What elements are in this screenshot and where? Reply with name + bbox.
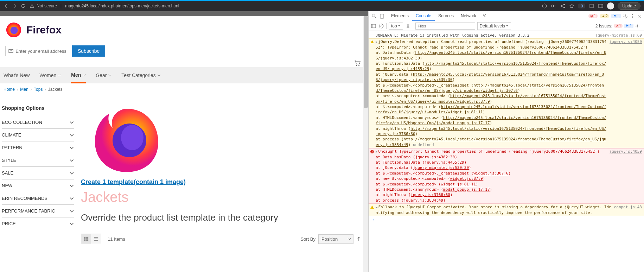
- key-icon[interactable]: [551, 3, 556, 9]
- filter-climate[interactable]: CLIMATE: [2, 128, 74, 141]
- filter-pattern[interactable]: PATTERN: [2, 141, 74, 154]
- source-link[interactable]: compat.js:43: [614, 204, 642, 215]
- forward-icon[interactable]: [12, 3, 18, 9]
- panel-icon[interactable]: [598, 3, 604, 9]
- source-link[interactable]: http://magento245.local/static/version16…: [376, 105, 606, 114]
- gear-icon[interactable]: [623, 14, 628, 19]
- scrollbar-thumb[interactable]: [364, 16, 368, 108]
- page-scrollbar[interactable]: [363, 16, 368, 272]
- svg-point-33: [625, 15, 626, 17]
- expand-triangle-icon[interactable]: ▶: [376, 40, 377, 44]
- filter-eco-collection[interactable]: ECO COLLECTION: [2, 116, 74, 128]
- source-link[interactable]: jquery-migrate.js:69: [595, 33, 642, 38]
- cart-icon[interactable]: [353, 59, 361, 67]
- context-selector[interactable]: top ▼: [389, 23, 403, 30]
- grid-view-button[interactable]: [81, 234, 91, 244]
- breadcrumb-tops[interactable]: Tops: [34, 87, 43, 92]
- update-button[interactable]: Update: [618, 2, 640, 10]
- list-view-button[interactable]: [91, 234, 101, 244]
- filter-sale[interactable]: SALE: [2, 166, 74, 179]
- filter-new[interactable]: NEW: [2, 179, 74, 192]
- expand-triangle-icon[interactable]: ▶: [376, 150, 377, 154]
- back-icon[interactable]: [4, 3, 9, 9]
- error-count-badge[interactable]: ⊘ 1: [588, 14, 598, 18]
- d-badge[interactable]: D: [578, 4, 585, 8]
- devtools-tab-network[interactable]: Network: [457, 11, 480, 21]
- devtools-tab-elements[interactable]: Elements: [388, 11, 412, 21]
- extensions-icon[interactable]: [589, 3, 594, 9]
- page-viewport: Firefox Subscribe What's NewWomenMenGear…: [0, 11, 368, 272]
- filter-style[interactable]: STYLE: [2, 154, 74, 166]
- source-link[interactable]: http://magento245.local/static/version16…: [376, 94, 606, 103]
- source-link[interactable]: jquery.js:3766:60: [410, 192, 450, 197]
- nav-item-women[interactable]: Women: [39, 67, 61, 83]
- reload-icon[interactable]: [20, 3, 26, 9]
- nav-item-what-s-new[interactable]: What's New: [4, 67, 30, 83]
- issues-flag-badge[interactable]: ⚑ 1: [624, 24, 633, 28]
- filter-performance-fabric[interactable]: PERFORMANCE FABRIC: [2, 204, 74, 217]
- source-link[interactable]: widget.js:81:11: [441, 182, 476, 186]
- levels-selector[interactable]: Default levels ▼: [477, 22, 511, 30]
- source-link[interactable]: http://magento245.local/static/version16…: [376, 72, 604, 82]
- url-bar[interactable]: Not secure | magento245.local/index.php/…: [30, 4, 179, 8]
- template-link[interactable]: Create 1 template(contain 1 image): [81, 178, 186, 186]
- chevron-down-icon: [347, 238, 351, 240]
- sort-direction-icon[interactable]: [356, 236, 361, 241]
- expand-triangle-icon[interactable]: ▶: [376, 205, 377, 210]
- settings-icon[interactable]: [635, 24, 640, 29]
- firefox-logo-icon: [5, 21, 22, 38]
- console-row-warn: ▶jQuery.Deferred exception: Cannot read …: [369, 38, 644, 148]
- source-link[interactable]: http://magento245.local/static/version16…: [376, 126, 606, 136]
- source-link[interactable]: jquery.js:4455:29: [425, 160, 464, 165]
- source-link[interactable]: jquery.js:4059: [609, 149, 642, 203]
- nav-item-gear[interactable]: Gear: [96, 67, 111, 83]
- breadcrumb-home[interactable]: Home: [4, 87, 15, 92]
- google-icon[interactable]: [542, 3, 547, 9]
- filter-erin-recommends[interactable]: ERIN RECOMMENDS: [2, 192, 74, 204]
- source-link[interactable]: jquery-migrate.js:539:30: [413, 165, 469, 170]
- nav-item-test-categories[interactable]: Test Categories: [121, 67, 160, 83]
- devtools-tab-sources[interactable]: Sources: [435, 11, 457, 21]
- source-link[interactable]: jquery.js:4382:30: [415, 155, 455, 159]
- svg-point-35: [632, 15, 633, 16]
- sidebar: Shopping Options ECO COLLECTIONCLIMATEPA…: [0, 105, 74, 244]
- email-input[interactable]: [15, 49, 69, 54]
- issues-error-badge[interactable]: ⊘ 1: [614, 24, 623, 28]
- sort-select[interactable]: Position: [318, 234, 353, 244]
- devtools-tab-console[interactable]: Console: [412, 11, 435, 21]
- source-link[interactable]: widget.js:87:9: [450, 176, 483, 181]
- source-link[interactable]: http://magento245.local/static/version16…: [376, 61, 606, 71]
- share-icon[interactable]: [560, 3, 566, 9]
- filter-price[interactable]: PRICE: [2, 217, 74, 230]
- nav-item-men[interactable]: Men: [71, 67, 86, 83]
- console-prompt[interactable]: ›: [369, 216, 644, 223]
- subscribe-button[interactable]: Subscribe: [72, 45, 105, 57]
- flag-count-badge[interactable]: ⚑ 1: [611, 14, 621, 18]
- more-tabs-icon[interactable]: [482, 13, 487, 19]
- source-link[interactable]: widget.js:307:6: [473, 171, 508, 176]
- svg-rect-28: [94, 237, 98, 238]
- sidebar-toggle-icon[interactable]: [371, 23, 376, 29]
- breadcrumb: Home›Men›Tops›Jackets: [0, 83, 368, 98]
- main-column: Create 1 template(contain 1 image) Jacke…: [74, 105, 368, 244]
- filter-input[interactable]: [415, 23, 475, 30]
- source-link[interactable]: jquery.js:3834:49: [403, 198, 443, 203]
- breadcrumb-men[interactable]: Men: [20, 87, 28, 92]
- source-link[interactable]: http://magento245.local/static/version16…: [376, 83, 604, 93]
- warning-count-badge[interactable]: ▲ 2: [600, 14, 609, 18]
- source-link[interactable]: http://magento245.local/static/version16…: [376, 115, 606, 125]
- device-icon[interactable]: [379, 13, 385, 19]
- source-link[interactable]: jquery.js:4050: [609, 39, 642, 147]
- avatar[interactable]: [607, 2, 614, 10]
- eye-icon[interactable]: [405, 23, 411, 29]
- main-nav: What's NewWomenMenGearTest Categories: [0, 67, 368, 83]
- source-link[interactable]: modal_popup.js:17:17: [443, 187, 490, 192]
- kebab-icon[interactable]: [630, 14, 635, 19]
- inspect-icon[interactable]: [371, 13, 377, 19]
- source-link[interactable]: http://magento245.local/static/version16…: [376, 50, 606, 60]
- star-icon[interactable]: [569, 3, 575, 9]
- close-icon[interactable]: [637, 14, 642, 19]
- clear-icon[interactable]: [378, 23, 384, 29]
- source-link[interactable]: http://magento245.local/static/version16…: [376, 137, 606, 147]
- console-toolbar: top ▼ Default levels ▼ 2 Issues: ⊘ 1 ⚑ 1: [369, 21, 644, 31]
